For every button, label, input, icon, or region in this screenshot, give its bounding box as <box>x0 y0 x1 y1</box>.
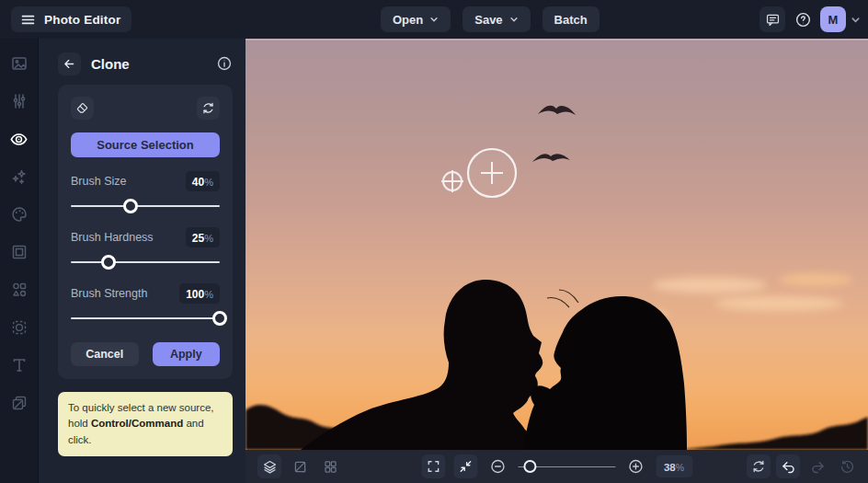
feedback-button[interactable] <box>760 6 785 32</box>
brush-strength-slider[interactable] <box>71 311 220 326</box>
source-selection-button[interactable]: Source Selection <box>71 132 220 157</box>
redo-button[interactable] <box>805 454 829 478</box>
hamburger-icon <box>20 12 36 28</box>
photo-editor-app: Photo Editor Open Save Batch <box>0 0 868 483</box>
feedback-icon <box>765 12 781 28</box>
fullscreen-icon <box>426 459 440 474</box>
slider-track <box>71 261 220 263</box>
brush-size-label: Brush Size <box>71 175 126 188</box>
transform-icon <box>292 459 308 475</box>
fit-screen-icon <box>458 459 473 474</box>
sidebar-item-elements[interactable] <box>7 278 31 302</box>
compare-icon <box>751 459 766 474</box>
chevron-down-icon <box>429 15 439 24</box>
eye-icon <box>9 130 29 149</box>
sidebar-item-adjust[interactable] <box>7 89 31 113</box>
account-chevron-down-icon[interactable] <box>851 15 861 25</box>
save-button[interactable]: Save <box>463 6 530 32</box>
compare-button[interactable] <box>747 454 771 478</box>
brush-size-slider[interactable] <box>71 199 220 213</box>
photo-content <box>246 39 868 450</box>
sidebar-item-frame[interactable] <box>7 240 31 264</box>
sidebar-item-stickers[interactable] <box>7 316 31 339</box>
apply-button[interactable]: Apply <box>153 342 221 366</box>
zoom-in-icon <box>627 458 644 475</box>
layers-stack-icon <box>262 459 278 475</box>
zoom-level-badge: 38% <box>656 455 692 477</box>
brush-hardness-label: Brush Hardness <box>71 231 154 244</box>
main-menu-button[interactable]: Photo Editor <box>11 6 131 32</box>
zoom-in-button[interactable] <box>623 454 647 478</box>
sidebar-item-effects[interactable] <box>7 165 31 189</box>
clone-source-cursor[interactable] <box>441 170 463 192</box>
zoom-out-button[interactable] <box>485 454 509 478</box>
eraser-icon <box>75 101 89 115</box>
zoom-slider[interactable] <box>518 459 615 474</box>
batch-button[interactable]: Batch <box>542 6 600 32</box>
help-button[interactable] <box>790 6 816 32</box>
shapes-icon <box>10 281 29 299</box>
brush-strength-value: 100% <box>179 283 220 304</box>
sidebar-item-text[interactable] <box>7 353 31 377</box>
sticker-icon <box>10 318 29 337</box>
fullscreen-button[interactable] <box>421 454 445 478</box>
clone-panel: Clone Source Selection Brush Size 40% <box>40 39 246 483</box>
eraser-button[interactable] <box>71 97 94 120</box>
clone-settings-card: Source Selection Brush Size 40% Brush Ha… <box>58 85 233 379</box>
zoom-slider-knob[interactable] <box>524 460 537 473</box>
back-button[interactable] <box>58 52 81 75</box>
help-icon <box>794 11 812 29</box>
chevron-down-icon <box>509 15 519 24</box>
grid-icon <box>323 459 338 475</box>
slider-track <box>71 317 220 319</box>
clone-tool-row <box>71 97 220 120</box>
hair-wisps <box>547 290 578 307</box>
slider-knob[interactable] <box>212 311 227 326</box>
panel-header: Clone <box>58 50 233 77</box>
topbar: Photo Editor Open Save Batch <box>0 0 868 39</box>
brush-hardness-value: 25% <box>186 227 220 247</box>
text-icon <box>10 356 29 374</box>
tool-rail <box>0 39 39 483</box>
avatar-initial: M <box>828 13 839 27</box>
history-button[interactable] <box>835 454 859 478</box>
info-icon[interactable] <box>216 55 233 72</box>
undo-icon <box>781 459 796 475</box>
redo-icon <box>810 459 826 475</box>
brush-hardness-slider[interactable] <box>71 255 220 270</box>
bird-upper <box>538 106 576 115</box>
woman-silhouette <box>523 296 687 450</box>
transform-button[interactable] <box>288 454 312 478</box>
brush-hardness-row: Brush Hardness 25% <box>71 227 220 247</box>
bird-lower <box>532 154 570 162</box>
brush-size-value: 40% <box>186 171 220 191</box>
clone-brush-cursor[interactable] <box>468 149 516 197</box>
photo-canvas[interactable] <box>246 39 868 450</box>
layers-panel-button[interactable] <box>257 454 281 478</box>
slider-knob[interactable] <box>101 255 116 270</box>
zoom-controls: 38% <box>421 454 692 478</box>
fit-screen-button[interactable] <box>453 454 477 478</box>
sidebar-item-retouch[interactable] <box>7 127 31 151</box>
panel-title: Clone <box>91 56 216 72</box>
sidebar-item-media[interactable] <box>7 52 31 75</box>
sidebar-item-paint[interactable] <box>7 202 31 226</box>
grid-button[interactable] <box>318 454 342 478</box>
sidebar-item-layers[interactable] <box>7 391 31 415</box>
undo-button[interactable] <box>776 454 800 478</box>
brush-strength-row: Brush Strength 100% <box>71 283 220 304</box>
user-avatar[interactable]: M <box>820 6 846 32</box>
reset-button[interactable] <box>197 97 220 120</box>
zoom-out-icon <box>489 458 506 475</box>
open-button[interactable]: Open <box>381 6 451 32</box>
slider-track <box>71 205 220 207</box>
cancel-button[interactable]: Cancel <box>71 342 139 366</box>
sparkles-icon <box>10 167 29 186</box>
history-controls <box>747 454 859 478</box>
overlap-squares-icon <box>10 394 29 412</box>
slider-knob[interactable] <box>123 199 138 213</box>
app-title: Photo Editor <box>44 13 120 27</box>
bottombar-left <box>257 454 342 478</box>
history-icon <box>839 459 855 475</box>
reset-icon <box>201 101 215 115</box>
